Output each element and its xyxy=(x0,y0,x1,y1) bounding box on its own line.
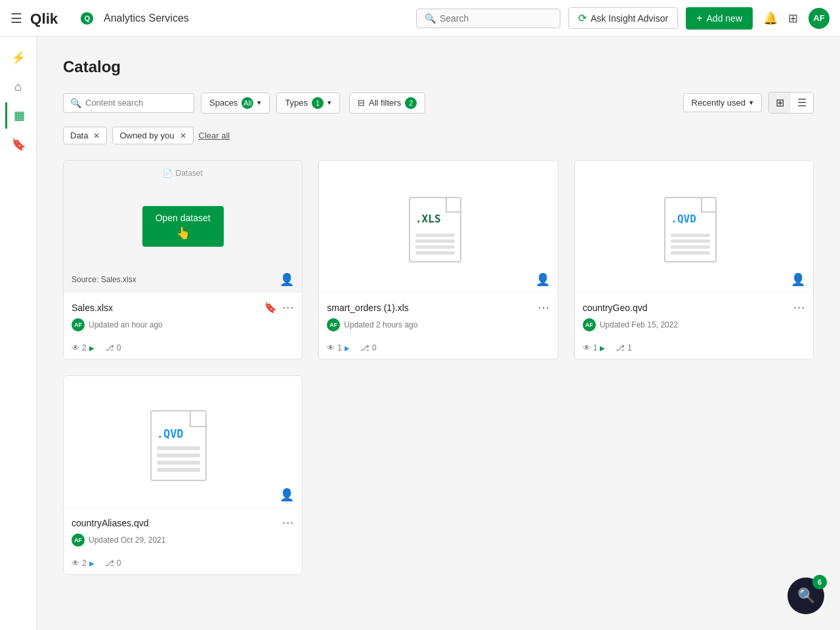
search-input[interactable] xyxy=(440,13,552,24)
card-actions: 🔖 ··· xyxy=(264,301,294,314)
transfers-stat: ⎇ 1 xyxy=(616,343,632,352)
card-footer-aliases: countryAliases.qvd ··· AF Updated Oct 29… xyxy=(64,507,302,555)
card-meta: AF Updated 2 hours ago xyxy=(327,318,549,331)
card-sales-xlsx: 📄 Dataset Open dataset 👆 Source: Sales.x… xyxy=(63,160,303,360)
card-preview-geo[interactable]: .QVD 👤 xyxy=(575,161,813,292)
card-preview-smart[interactable]: .XLS 👤 xyxy=(319,161,557,292)
insight-advisor-icon: ⟳ xyxy=(578,12,587,24)
spaces-filter-button[interactable]: Spaces All ▾ xyxy=(201,93,270,114)
sort-button[interactable]: Recently used ▾ xyxy=(683,93,762,112)
card-avatar: AF xyxy=(72,534,85,547)
apps-grid-icon[interactable]: ⊞ xyxy=(788,11,798,26)
bookmarks-icon: 🔖 xyxy=(11,137,26,152)
sidebar-item-analytics[interactable]: ⚡ xyxy=(5,45,32,71)
owned-filter-tag: Owned by you ✕ xyxy=(112,127,193,144)
types-chevron-icon: ▾ xyxy=(327,98,331,107)
home-icon: ⌂ xyxy=(14,80,22,94)
card-source: Source: Sales.xlsx xyxy=(72,275,136,284)
floating-search-icon: 🔍 xyxy=(797,587,815,604)
card-user-icon: 👤 xyxy=(280,272,294,287)
content-search-input[interactable] xyxy=(85,98,187,108)
sidebar: ⚡ ⌂ ▦ 🔖 xyxy=(0,37,37,630)
analytics-icon: ⚡ xyxy=(11,51,26,65)
views-arrow-icon: ▶ xyxy=(89,345,94,352)
sort-chevron-icon: ▾ xyxy=(749,98,753,107)
card-actions: ··· xyxy=(538,301,550,314)
page-title: Catalog xyxy=(63,58,814,76)
views-stat: 👁 1 ▶ xyxy=(327,343,350,352)
sidebar-item-bookmarks[interactable]: 🔖 xyxy=(5,131,32,158)
filter-bar: 🔍 Spaces All ▾ Types 1 ▾ ⊟ All filters 2… xyxy=(63,92,814,114)
svg-text:Q: Q xyxy=(84,14,90,22)
list-view-button[interactable]: ☰ xyxy=(791,93,813,113)
file-icon-qvd-large: .QVD xyxy=(150,402,216,481)
remove-data-filter[interactable]: ✕ xyxy=(93,131,100,140)
card-stats: 👁 2 ▶ ⎇ 0 xyxy=(64,339,302,359)
types-filter-button[interactable]: Types 1 ▾ xyxy=(276,93,340,114)
avatar[interactable]: AF xyxy=(808,8,830,29)
filter-search-icon: 🔍 xyxy=(70,98,81,108)
more-options-icon[interactable]: ··· xyxy=(282,516,294,530)
transfers-stat: ⎇ 0 xyxy=(360,343,377,352)
card-footer-sales: Sales.xlsx 🔖 ··· AF Updated an hour ago xyxy=(64,292,302,339)
card-preview-aliases[interactable]: .QVD 👤 xyxy=(64,376,302,507)
open-dataset-button[interactable]: Open dataset 👆 xyxy=(142,206,224,247)
more-options-icon[interactable]: ··· xyxy=(538,301,550,314)
card-country-geo: .QVD 👤 countryGeo.qvd ··· xyxy=(574,160,814,360)
views-stat: 👁 2 ▶ xyxy=(72,343,94,352)
card-avatar: AF xyxy=(72,318,85,331)
remove-owned-filter[interactable]: ✕ xyxy=(180,131,186,140)
catalog-icon: ▦ xyxy=(14,108,25,123)
bookmark-icon[interactable]: 🔖 xyxy=(264,301,277,314)
ask-insight-advisor-button[interactable]: ⟳ Ask Insight Advisor xyxy=(568,7,678,29)
card-user-icon: 👤 xyxy=(791,272,805,287)
spaces-badge: All xyxy=(242,97,253,109)
transfers-stat: ⎇ 0 xyxy=(105,343,121,352)
card-meta: AF Updated Oct 29, 2021 xyxy=(72,534,294,547)
card-stats: 👁 1 ▶ ⎇ 1 xyxy=(575,339,813,359)
cursor-icon: 👆 xyxy=(176,226,190,240)
file-icon-xls: .XLS xyxy=(409,190,468,262)
topnav-icons: 🔔 ⊞ AF xyxy=(763,8,830,29)
more-options-icon[interactable]: ··· xyxy=(282,301,294,314)
card-user-icon: 👤 xyxy=(280,488,294,502)
views-arrow-icon: ▶ xyxy=(345,345,350,352)
card-grid: 📄 Dataset Open dataset 👆 Source: Sales.x… xyxy=(63,160,814,575)
card-country-aliases: .QVD 👤 countryAliases.qvd ··· xyxy=(63,375,303,575)
card-name: countryGeo.qvd xyxy=(583,303,648,313)
card-name: smart_orders (1).xls xyxy=(327,303,408,313)
card-preview-sales[interactable]: 📄 Dataset Open dataset 👆 Source: Sales.x… xyxy=(64,161,302,292)
views-arrow-icon: ▶ xyxy=(600,345,605,352)
search-box[interactable]: 🔍 xyxy=(416,9,560,28)
content-search-box[interactable]: 🔍 xyxy=(63,93,194,113)
card-avatar: AF xyxy=(583,318,596,331)
sidebar-item-catalog[interactable]: ▦ xyxy=(5,102,32,129)
floating-search-badge[interactable]: 6 🔍 xyxy=(788,578,824,614)
dataset-icon: 📄 xyxy=(163,169,173,178)
card-stats: 👁 2 ▶ ⎇ 0 xyxy=(64,555,302,574)
all-filters-button[interactable]: ⊟ All filters 2 xyxy=(349,93,425,114)
notifications-icon[interactable]: 🔔 xyxy=(763,11,778,26)
more-options-icon[interactable]: ··· xyxy=(793,301,805,314)
menu-icon[interactable]: ☰ xyxy=(10,10,22,26)
add-new-button[interactable]: + Add new xyxy=(686,7,753,30)
views-arrow-icon: ▶ xyxy=(89,560,94,567)
clear-all-button[interactable]: Clear all xyxy=(199,131,230,140)
views-stat: 👁 1 ▶ xyxy=(583,343,606,352)
card-avatar: AF xyxy=(327,318,340,331)
card-actions: ··· xyxy=(282,516,294,530)
main-content: Catalog 🔍 Spaces All ▾ Types 1 ▾ ⊟ All f… xyxy=(37,37,840,630)
floating-badge-count: 6 xyxy=(812,575,827,589)
card-meta: AF Updated Feb 15, 2022 xyxy=(583,318,805,331)
card-footer-smart: smart_orders (1).xls ··· AF Updated 2 ho… xyxy=(319,292,557,339)
topnav: ☰ Qlik Q Analytics Services 🔍 ⟳ Ask Insi… xyxy=(0,0,840,37)
transfers-stat: ⎇ 0 xyxy=(105,558,121,568)
filter-icon: ⊟ xyxy=(358,98,365,108)
logo: Qlik Q xyxy=(30,8,93,29)
svg-text:Qlik: Qlik xyxy=(30,10,58,27)
grid-view-button[interactable]: ⊞ xyxy=(769,93,791,113)
card-smart-orders: .XLS 👤 smart_orders (1).xls · xyxy=(318,160,558,360)
sidebar-item-home[interactable]: ⌂ xyxy=(5,74,32,100)
types-badge: 1 xyxy=(312,97,324,109)
card-actions: ··· xyxy=(793,301,805,314)
